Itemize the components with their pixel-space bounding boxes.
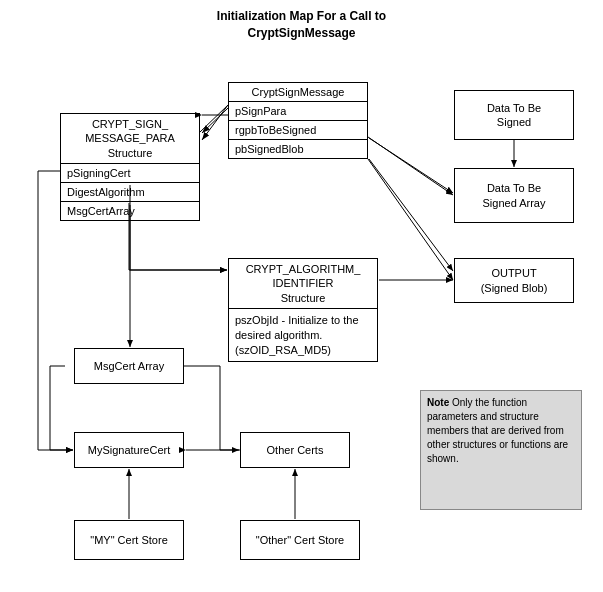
crypt-para-header: CRYPT_SIGN_MESSAGE_PARAStructure (61, 114, 199, 164)
svg-line-2 (202, 105, 228, 140)
data-to-be-signed-box: Data To BeSigned (454, 90, 574, 140)
data-to-be-signed-array-box: Data To BeSigned Array (454, 168, 574, 223)
crypt-sign-message-box: CryptSignMessage pSignPara rgpbToBeSigne… (228, 82, 368, 159)
p-sign-para-row: pSignPara (229, 102, 367, 121)
page-container: Initialization Map For a Call to CryptSi… (0, 0, 603, 592)
page-title: Initialization Map For a Call to CryptSi… (0, 0, 603, 42)
crypt-algo-header: CRYPT_ALGORITHM_IDENTIFIERStructure (229, 259, 377, 309)
rgpb-row: rgpbToBeSigned (229, 121, 367, 140)
note-text: Only the function parameters and structu… (427, 397, 568, 464)
output-signed-blob-box: OUTPUT(Signed Blob) (454, 258, 574, 303)
p-signing-cert-row: pSigningCert (61, 164, 199, 183)
svg-line-18 (369, 159, 453, 271)
pb-signed-blob-row: pbSignedBlob (229, 140, 367, 158)
title-line1: Initialization Map For a Call to (217, 9, 386, 23)
svg-line-9 (368, 137, 453, 195)
my-cert-store-box: "MY" Cert Store (74, 520, 184, 560)
note-label: Note (427, 397, 449, 408)
my-signature-cert-box: MySignatureCert (74, 432, 184, 468)
other-certs-box: Other Certs (240, 432, 350, 468)
msg-cert-array-row: MsgCertArray (61, 202, 199, 220)
other-cert-store-box: "Other" Cert Store (240, 520, 360, 560)
svg-line-4 (202, 108, 228, 133)
note-box: Note Only the function parameters and st… (420, 390, 582, 510)
svg-line-17 (369, 138, 453, 193)
digest-algo-row: DigestAlgorithm (61, 183, 199, 202)
crypt-algo-box: CRYPT_ALGORITHM_IDENTIFIERStructure pszO… (228, 258, 378, 362)
svg-line-10 (368, 159, 453, 280)
crypt-algo-body: pszObjId - Initialize to the desired alg… (229, 309, 377, 362)
crypt-sign-para-box: CRYPT_SIGN_MESSAGE_PARAStructure pSignin… (60, 113, 200, 221)
crypt-sign-message-header: CryptSignMessage (229, 83, 367, 102)
svg-line-3 (200, 105, 228, 132)
title-line2: CryptSignMessage (247, 26, 355, 40)
msg-cert-array-box: MsgCert Array (74, 348, 184, 384)
